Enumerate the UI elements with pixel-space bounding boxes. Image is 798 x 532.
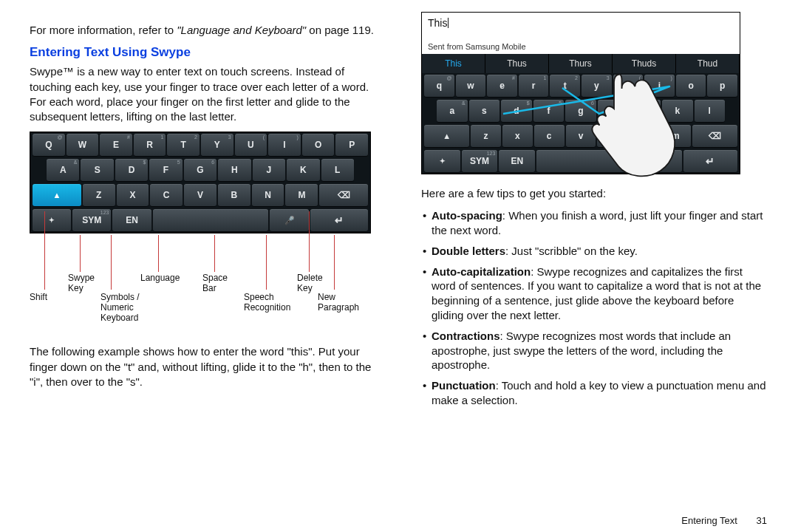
key-j: J (253, 159, 285, 181)
key-mic (270, 209, 308, 231)
leader-shift (44, 211, 45, 290)
leader-symbols (111, 235, 112, 290)
leader-language (158, 235, 159, 272)
intro-paragraph: Swype™ is a new way to enter text on tou… (30, 64, 377, 124)
key-x: X (117, 184, 149, 206)
footer-section: Entering Text (681, 515, 737, 526)
key-z: Z (83, 184, 115, 206)
tips-list: Auto-spacing: When you finish a word, ju… (423, 208, 768, 408)
key-f: f5 (533, 100, 565, 122)
key-v: V (184, 184, 216, 206)
key-e: E# (100, 134, 132, 156)
key-b: B (218, 184, 250, 206)
key-return (683, 150, 737, 172)
key-r: R1 (134, 134, 166, 156)
compose-signature: Sent from Samsung Mobile (428, 42, 734, 51)
key-h: H (218, 159, 250, 181)
key-q: Q@ (33, 134, 65, 156)
key-k: K (287, 159, 319, 181)
key-en: EN (499, 150, 535, 172)
leader-speech (266, 235, 267, 290)
label-newpara: New Paragraph (318, 293, 359, 313)
key-delete (692, 125, 737, 147)
keyboard-figure: Q@WE#R1T2Y3U(I)OP A&SD$F5G6HJKL ZXCVBNM … (30, 132, 369, 331)
key-l: L (321, 159, 354, 181)
key-x: x (502, 125, 533, 147)
key-s: s (469, 100, 500, 122)
suggestion-item: Thus (485, 54, 549, 73)
label-shift: Shift (30, 293, 47, 303)
key-d: D$ (115, 159, 148, 181)
tip-item: Contractions: Swype recognizes most word… (423, 329, 768, 372)
hand-icon (570, 69, 681, 180)
label-space: Space Bar (202, 273, 228, 294)
leader-delete (309, 211, 310, 272)
key-return (310, 209, 368, 231)
key-g: G6 (184, 159, 216, 181)
key-w: W (66, 134, 99, 156)
tip-item: Auto-spacing: When you finish a word, ju… (423, 208, 768, 238)
key-sym: SYM123 (72, 209, 111, 231)
key-s: S (81, 159, 113, 181)
key-t: T2 (167, 134, 200, 156)
key-c: c (534, 125, 565, 147)
key-p: P (335, 134, 368, 156)
key-en: EN (112, 209, 151, 231)
label-swype: Swype Key (68, 273, 95, 294)
key-swype: ✦ (424, 150, 460, 172)
key-space (153, 209, 269, 231)
key-sym: SYM123 (462, 150, 498, 172)
label-symbols: Symbols / Numeric Keyboard (100, 293, 140, 323)
key-e: e# (487, 75, 517, 97)
swype-keyboard-example: q@we#r1t2y3u(i)op a&sd$f5g6hjkl zxcvbnm … (422, 73, 740, 174)
footer-page-number: 31 (757, 515, 767, 526)
tip-item: Double letters: Just "scribble" on the k… (423, 244, 768, 259)
key-n: N (252, 184, 284, 206)
swype-keyboard: Q@WE#R1T2Y3U(I)OP A&SD$F5G6HJKL ZXCVBNM … (30, 132, 371, 233)
key-p: p (707, 75, 737, 97)
swype-example-screenshot: This Sent from Samsung Mobile ThisThusTh… (421, 12, 740, 174)
key-delete (319, 184, 368, 206)
key-m: M (285, 184, 318, 206)
key-o: O (302, 134, 335, 156)
key-c: C (150, 184, 183, 206)
tips-intro: Here are a few tips to get you started: (421, 186, 768, 201)
label-delete: Delete Key (297, 273, 323, 294)
leader-swype (80, 235, 81, 272)
key-shift (424, 125, 469, 147)
key-u: U( (235, 134, 267, 156)
key-d: d$ (501, 100, 532, 122)
key-z: z (471, 125, 501, 147)
tip-item: Auto-capitalization: Swype recognizes an… (423, 265, 768, 323)
key-a: a& (437, 100, 468, 122)
key-swype: ✦ (33, 209, 71, 231)
key-q: q@ (424, 75, 454, 97)
suggestion-item: This (422, 54, 485, 73)
label-speech: Speech Recognition (244, 293, 290, 313)
tip-item: Punctuation: Touch and hold a key to vie… (423, 378, 768, 408)
key-r: r1 (519, 75, 549, 97)
suggestion-item: Thud (676, 54, 740, 73)
key-i: I) (268, 134, 301, 156)
key-w: w (456, 75, 486, 97)
label-language: Language (140, 273, 180, 284)
section-heading: Entering Text Using Swype (30, 45, 377, 60)
compose-text: This (428, 17, 734, 29)
page-footer: Entering Text 31 (681, 515, 767, 526)
leader-space (214, 235, 215, 272)
key-l: l (695, 100, 726, 122)
key-a: A& (47, 159, 79, 181)
example-paragraph: The following example shows how to enter… (30, 344, 377, 389)
key-f: F5 (149, 159, 182, 181)
key-shift (33, 184, 81, 206)
leader-newpara (334, 235, 335, 290)
key-y: Y3 (201, 134, 233, 156)
xref-paragraph: For more information, refer to "Language… (30, 23, 377, 38)
